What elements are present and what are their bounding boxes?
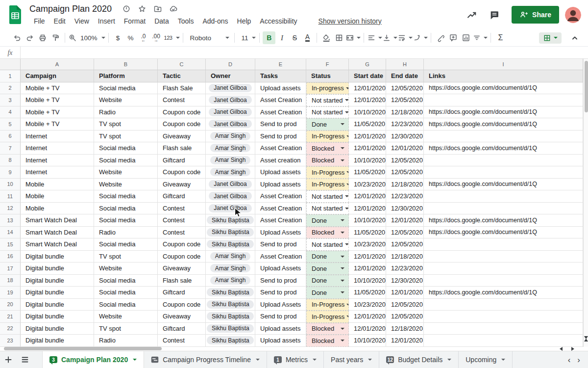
cell-platform[interactable]: TV spot	[94, 131, 158, 143]
cell-platform[interactable]: Social media	[94, 155, 158, 167]
cell-task[interactable]: Asset Creation	[255, 190, 306, 203]
cell-campaign[interactable]: Mobile + TV	[21, 82, 94, 95]
cell-tactic[interactable]: Coupon code	[158, 251, 206, 263]
cell-link[interactable]	[424, 166, 583, 179]
cell-platform[interactable]: Radio	[94, 335, 158, 347]
sheet-tab-campaign-plan-2020[interactable]: 3Campaign Plan 2020	[42, 351, 144, 368]
cell-task[interactable]: Asset Creation	[255, 203, 306, 215]
horizontal-scrollbar-thumb[interactable]	[4, 347, 162, 350]
scroll-down-arrow[interactable]	[584, 339, 588, 343]
cell-platform[interactable]: TV spot	[94, 118, 158, 131]
scroll-right-arrow[interactable]	[571, 347, 574, 351]
cell-campaign[interactable]: Digital bundle	[21, 251, 94, 263]
header-cell-owner[interactable]: Owner	[206, 70, 255, 82]
cell-platform[interactable]: Social media	[94, 299, 158, 311]
cell-owner[interactable]: Janet Gilboa	[206, 179, 255, 191]
status-dropdown[interactable]: In-Progress	[306, 166, 349, 179]
cell-tactic[interactable]: Flash sale	[158, 142, 206, 155]
menu-edit[interactable]: Edit	[49, 16, 70, 26]
cell-end[interactable]: 12/23/2020	[386, 263, 424, 275]
cell-link[interactable]	[424, 238, 583, 251]
cell-tactic[interactable]: Contest	[158, 214, 206, 227]
tabs-scroll-left[interactable]: ‹	[568, 356, 571, 364]
cell-owner[interactable]: Sikhu Baptista	[206, 227, 255, 239]
cell-campaign[interactable]: Mobile	[21, 203, 94, 215]
cell-owner[interactable]: Sikhu Baptista	[206, 287, 255, 299]
row-number[interactable]: 17	[0, 263, 21, 275]
menu-tools[interactable]: Tools	[173, 16, 198, 26]
cell-end[interactable]: 12/01/2020	[386, 142, 424, 155]
move-folder-icon[interactable]	[153, 4, 162, 13]
cell-owner[interactable]: Sikhu Baptista	[206, 311, 255, 323]
text-color-button[interactable]: A	[301, 31, 314, 44]
cell-campaign[interactable]: Digital bundle	[21, 299, 94, 311]
status-dropdown[interactable]: Done	[306, 287, 349, 299]
cell-end[interactable]: 12/18/2020	[386, 323, 424, 335]
cell-platform[interactable]: Radio	[94, 227, 158, 239]
row-number[interactable]: 21	[0, 311, 21, 323]
cell-end[interactable]: 12/01/2020	[386, 287, 424, 299]
formula-input[interactable]	[21, 47, 588, 58]
cell-campaign[interactable]: Internet	[21, 142, 94, 155]
cell-task[interactable]: Upload Assets	[255, 299, 306, 311]
cell-end[interactable]: 12/05/2020	[386, 227, 424, 239]
status-dropdown[interactable]: Done	[306, 275, 349, 287]
cell-campaign[interactable]: Digital bundle	[21, 275, 94, 287]
row-number[interactable]: 2	[0, 82, 21, 95]
cell-campaign[interactable]: Mobile	[21, 190, 94, 203]
status-dropdown[interactable]: In-progress	[306, 82, 349, 95]
strikethrough-button[interactable]: S	[288, 31, 301, 44]
cell-link[interactable]	[424, 94, 583, 106]
cell-task[interactable]: Send to prod	[255, 287, 306, 299]
sheet-tab-past-years[interactable]: Past years	[324, 351, 379, 368]
cell-task[interactable]: Asset Creation	[255, 142, 306, 155]
cell-owner[interactable]: Amar Singh	[206, 275, 255, 287]
cell-start[interactable]: 10/10/2020	[349, 335, 386, 347]
cell-start[interactable]: 11/05/2020	[349, 287, 386, 299]
menu-format[interactable]: Format	[120, 16, 150, 26]
cell-owner[interactable]: Janet Gilboa	[206, 190, 255, 203]
cell-start[interactable]: 10/10/2020	[349, 106, 386, 119]
status-dropdown[interactable]: Done	[306, 263, 349, 275]
cell-link[interactable]	[424, 131, 583, 143]
row-number[interactable]: 16	[0, 251, 21, 263]
format-currency-button[interactable]: $	[112, 31, 124, 44]
scroll-left-arrow[interactable]	[560, 347, 563, 351]
cell-end[interactable]: 12/05/2020	[386, 238, 424, 251]
cell-start[interactable]: 12/01/2020	[349, 94, 386, 106]
column-header-B[interactable]: B	[94, 59, 158, 70]
cell-campaign[interactable]: Smart Watch Deal	[21, 227, 94, 239]
cell-tactic[interactable]: Coupon code	[158, 299, 206, 311]
cell-tactic[interactable]: Contest	[158, 335, 206, 347]
column-header-E[interactable]: E	[255, 59, 306, 70]
cell-end[interactable]: 12/01/2020	[386, 335, 424, 347]
cell-tactic[interactable]: Giftcard	[158, 155, 206, 167]
row-number[interactable]: 1	[0, 70, 21, 82]
cell-link[interactable]: https://docs.google.com/document/d/1Q	[424, 214, 583, 227]
header-cell-tasks[interactable]: Tasks	[255, 70, 306, 82]
cell-tactic[interactable]: Flash sale	[158, 275, 206, 287]
cell-platform[interactable]: Social media	[94, 275, 158, 287]
status-dropdown[interactable]: Done	[306, 251, 349, 263]
cell-start[interactable]: 12/01/2020	[349, 203, 386, 215]
header-cell-status[interactable]: Status	[306, 70, 349, 82]
cell-platform[interactable]: Social media	[94, 238, 158, 251]
cell-end[interactable]: 12/05/2020	[386, 94, 424, 106]
cell-owner[interactable]: Sikhu Baptista	[206, 335, 255, 347]
sheet-tab-upcoming[interactable]: Upcoming	[459, 351, 513, 368]
row-number[interactable]: 18	[0, 275, 21, 287]
cell-platform[interactable]: Website	[94, 94, 158, 106]
font-size-select[interactable]: 11	[238, 34, 256, 42]
avatar[interactable]	[565, 7, 581, 23]
cell-start[interactable]: 12/01/2020	[349, 142, 386, 155]
cell-platform[interactable]: Website	[94, 311, 158, 323]
menu-accessibility[interactable]: Accessibility	[255, 16, 301, 26]
cell-owner[interactable]: Janet Gilboa	[206, 203, 255, 215]
column-header-G[interactable]: G	[349, 59, 386, 70]
cell-end[interactable]: 12/05/2020	[386, 311, 424, 323]
cell-start[interactable]: 10/10/2020	[349, 214, 386, 227]
italic-button[interactable]: I	[275, 31, 288, 44]
vertical-scrollbar[interactable]	[583, 59, 588, 347]
fill-color-button[interactable]	[320, 31, 333, 44]
cell-start[interactable]: 12/01/2020	[349, 263, 386, 275]
